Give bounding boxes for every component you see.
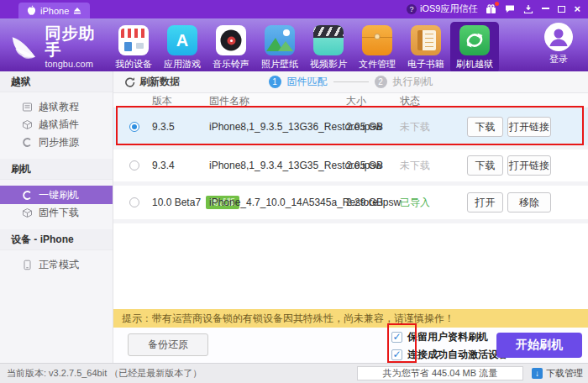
download-button[interactable]: 下载 bbox=[467, 117, 503, 137]
nav-label: 我的设备 bbox=[115, 58, 152, 71]
nav-label: 照片壁纸 bbox=[261, 58, 298, 71]
sidebar-item-label: 固件下载 bbox=[39, 206, 79, 220]
sidebar: 越狱 越狱教程 越狱插件 同步推源 刷机 一键刷机 bbox=[0, 71, 113, 363]
status-bar: 当前版本: v3.2.7.5_64bit （已经是最新版本了） 共为您节省 44… bbox=[0, 363, 588, 383]
sidebar-section-device: 设备 - iPhone bbox=[0, 229, 113, 250]
checkbox-label: 连接成功自动激活设备 bbox=[407, 348, 508, 362]
firmware-row-100beta7[interactable]: 10.0 Beta7 测试版 iPhone_4.7_10.0_14A5345a_… bbox=[113, 186, 588, 219]
ios9-trust-link[interactable]: ? iOS9应用信任 bbox=[407, 3, 477, 15]
keep-user-data-checkbox[interactable]: ✓ 保留用户资料刷机 bbox=[391, 330, 508, 344]
backup-restore-button[interactable]: 备份还原 bbox=[128, 333, 208, 356]
version-status-text: 当前版本: v3.2.7.5_64bit （已经是最新版本了） bbox=[0, 367, 202, 380]
sidebar-item-one-key-flash[interactable]: 一键刷机 bbox=[0, 186, 113, 204]
nav-videos[interactable]: 视频影片 bbox=[304, 22, 353, 73]
status-badge: 未下载 bbox=[400, 120, 430, 134]
app-window: iPhone ? iOS9应用信任 × bbox=[0, 0, 588, 383]
header: 同步助手 tongbu.com 我的设备 应用游戏 音乐铃声 bbox=[0, 18, 588, 71]
video-clapper-icon bbox=[313, 25, 344, 55]
auto-activate-checkbox[interactable]: ✓ 连接成功自动激活设备 bbox=[391, 348, 508, 362]
open-link-button[interactable]: 打开链接 bbox=[507, 155, 551, 176]
app-logo: 同步助手 tongbu.com bbox=[0, 18, 109, 69]
nav-label: 文件管理 bbox=[359, 58, 396, 71]
close-button[interactable]: × bbox=[574, 5, 580, 13]
step-connector bbox=[333, 81, 369, 82]
sidebar-item-label: 越狱教程 bbox=[39, 100, 79, 114]
eject-icon[interactable] bbox=[73, 7, 81, 15]
step1-label: 固件匹配 bbox=[287, 75, 328, 89]
plugin-icon bbox=[22, 119, 33, 130]
step1-circle: 1 bbox=[269, 76, 281, 88]
column-size: 大小 bbox=[346, 93, 366, 108]
apple-icon bbox=[27, 5, 36, 16]
user-avatar-icon bbox=[544, 23, 573, 51]
checkbox-checked-icon[interactable]: ✓ bbox=[391, 332, 402, 343]
sidebar-item-firmware-download[interactable]: 固件下载 bbox=[0, 204, 113, 222]
version-text: 9.3.5 bbox=[152, 121, 175, 133]
store-icon bbox=[118, 25, 149, 55]
nav-label: 视频影片 bbox=[310, 58, 347, 71]
logo-title: 同步助手 bbox=[45, 25, 109, 59]
sidebar-item-normal-mode[interactable]: 正常模式 bbox=[0, 256, 113, 274]
nav-my-devices[interactable]: 我的设备 bbox=[109, 22, 158, 73]
download-tray-icon[interactable] bbox=[523, 4, 533, 14]
open-link-button[interactable]: 打开链接 bbox=[507, 117, 551, 137]
file-manager-icon bbox=[362, 25, 392, 55]
bottom-action-bar: 备份还原 ✓ 保留用户资料刷机 ✓ 连接成功自动激活设备 开始刷机 bbox=[113, 328, 588, 363]
sidebar-item-jailbreak-tutorial[interactable]: 越狱教程 bbox=[0, 98, 113, 116]
device-tab-label: iPhone bbox=[40, 6, 69, 16]
firmware-size: 2.29 GB bbox=[346, 197, 383, 208]
download-button[interactable]: 下载 bbox=[467, 155, 503, 176]
column-firmware-name: 固件名称 bbox=[209, 93, 249, 108]
sidebar-item-label: 同步推源 bbox=[39, 135, 79, 150]
nav-label: 电子书籍 bbox=[407, 58, 444, 71]
radio-unselected[interactable] bbox=[129, 197, 139, 207]
warning-tip-bar: 提示：带有运营商设备锁的有锁设备因其特殊性，尚未兼容，请谨慎操作！ bbox=[113, 309, 588, 328]
step2-label: 执行刷机 bbox=[393, 75, 433, 89]
tongbu-wing-icon bbox=[10, 31, 40, 63]
maximize-button[interactable] bbox=[558, 6, 565, 13]
sidebar-item-label: 一键刷机 bbox=[39, 188, 79, 202]
download-manager-icon: ↓ bbox=[532, 368, 543, 379]
checkbox-checked-icon[interactable]: ✓ bbox=[391, 349, 402, 360]
nav-music-ringtones[interactable]: 音乐铃声 bbox=[207, 22, 255, 73]
start-flash-button[interactable]: 开始刷机 bbox=[496, 333, 582, 358]
sidebar-item-label: 越狱插件 bbox=[39, 118, 79, 132]
nav-label: 音乐铃声 bbox=[213, 58, 249, 71]
flash-jailbreak-icon bbox=[459, 25, 490, 55]
login-button[interactable]: 登录 bbox=[544, 18, 573, 66]
nav-file-manager[interactable]: 文件管理 bbox=[353, 22, 402, 73]
step2-circle: 2 bbox=[375, 76, 387, 88]
data-savings-text: 共为您节省 445.04 MB 流量 bbox=[383, 367, 497, 380]
radio-unselected[interactable] bbox=[129, 160, 139, 171]
status-badge: 未下载 bbox=[400, 159, 430, 173]
sidebar-item-tongbu-source[interactable]: 同步推源 bbox=[0, 134, 113, 151]
download-manager-button[interactable]: ↓ 下载管理 bbox=[532, 367, 583, 380]
minimize-button[interactable] bbox=[542, 8, 549, 9]
download-manager-label: 下载管理 bbox=[546, 367, 583, 380]
version-text: 10.0 Beta7 bbox=[152, 197, 201, 208]
feedback-chat-icon[interactable] bbox=[505, 4, 515, 13]
firmware-size: 2.05 GB bbox=[346, 121, 383, 133]
firmware-row-935[interactable]: 9.3.5 iPhone8,1_9.3.5_13G36_Restore.ipsw… bbox=[113, 108, 588, 145]
ebook-icon bbox=[411, 25, 441, 55]
nav-ebooks[interactable]: 电子书籍 bbox=[402, 22, 450, 73]
refresh-data-button[interactable]: 刷新数据 bbox=[124, 75, 180, 89]
radio-selected[interactable] bbox=[129, 122, 139, 132]
device-tab[interactable]: iPhone bbox=[18, 3, 90, 18]
one-key-flash-icon bbox=[22, 190, 33, 201]
refresh-icon bbox=[124, 76, 135, 87]
version-text: 9.3.4 bbox=[152, 160, 175, 171]
tongbu-source-icon bbox=[22, 137, 33, 148]
appstore-icon bbox=[167, 25, 197, 55]
nav-flash-jailbreak[interactable]: 刷机越狱 bbox=[450, 22, 499, 73]
sidebar-item-jailbreak-plugins[interactable]: 越狱插件 bbox=[0, 116, 113, 134]
column-version: 版本 bbox=[152, 93, 172, 108]
nav-apps-games[interactable]: 应用游戏 bbox=[158, 22, 207, 73]
nav-label: 刷机越狱 bbox=[456, 58, 493, 71]
logo-domain: tongbu.com bbox=[45, 59, 109, 69]
nav-photos-wallpaper[interactable]: 照片壁纸 bbox=[255, 22, 304, 73]
gift-icon[interactable] bbox=[486, 4, 496, 14]
open-button[interactable]: 打开 bbox=[467, 192, 503, 212]
remove-button[interactable]: 移除 bbox=[507, 192, 551, 212]
firmware-row-934[interactable]: 9.3.4 iPhone8,1_9.3.4_13G35_Restore.ipsw… bbox=[113, 150, 588, 181]
